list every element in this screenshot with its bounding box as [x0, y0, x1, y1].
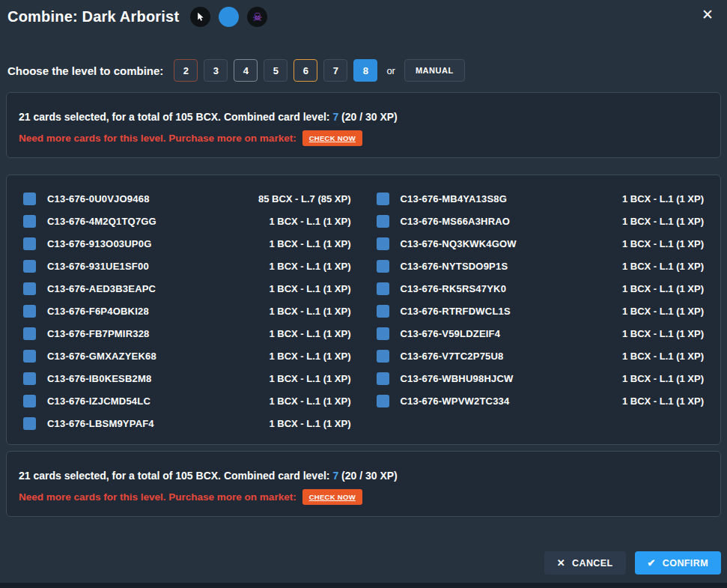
edition-circle-icon: [219, 7, 239, 27]
card-checkbox[interactable]: [23, 260, 36, 273]
level-button[interactable]: 6: [293, 59, 317, 82]
card-checkbox[interactable]: [377, 282, 389, 295]
or-label: or: [386, 65, 395, 76]
card-row: C13-676-FB7PMIR328 1 BCX - L.1 (1 XP): [23, 322, 351, 345]
card-checkbox[interactable]: [377, 350, 389, 363]
card-bcx-label: 1 BCX - L.1 (1 XP): [622, 193, 704, 204]
modal-header: Combine: Dark Arborist ☠ ✕: [0, 0, 727, 31]
level-button[interactable]: 2: [174, 59, 198, 82]
card-bcx-label: 1 BCX - L.1 (1 XP): [269, 351, 350, 362]
summary-line: 21 cards selected, for a total of 105 BC…: [19, 470, 708, 482]
card-checkbox[interactable]: [23, 327, 36, 340]
card-id: C13-676-F6P4OBKI28: [47, 306, 149, 317]
card-bcx-label: 1 BCX - L.1 (1 XP): [622, 328, 704, 339]
card-row: C13-676-4M2Q1TQ7GG 1 BCX - L.1 (1 XP): [23, 210, 351, 232]
card-columns: C13-676-0U0VJO9468 85 BCX - L.7 (85 XP) …: [23, 187, 704, 434]
card-bcx-label: 1 BCX - L.1 (1 XP): [622, 283, 704, 294]
level-buttons: 2 3 4 5 6 7 8: [174, 59, 377, 82]
card-id: C13-676-V7TC2P75U8: [401, 351, 504, 362]
card-id: C13-676-IB0KESB2M8: [47, 373, 151, 384]
cancel-button[interactable]: ✕ CANCEL: [544, 551, 626, 575]
card-checkbox[interactable]: [23, 215, 36, 228]
card-checkbox[interactable]: [23, 193, 36, 205]
manual-button[interactable]: MANUAL: [404, 59, 465, 82]
confirm-button[interactable]: ✔ CONFIRM: [635, 551, 721, 575]
card-checkbox[interactable]: [377, 305, 389, 318]
card-id: C13-676-WBHU98HJCW: [401, 373, 514, 384]
card-checkbox[interactable]: [377, 215, 389, 228]
card-id: C13-676-LBSM9YPAF4: [47, 418, 154, 429]
card-row: C13-676-MB4YA13S8G 1 BCX - L.1 (1 XP): [377, 187, 705, 210]
card-id: C13-676-MS66A3HRAO: [401, 216, 511, 227]
card-row: C13-676-AED3B3EAPC 1 BCX - L.1 (1 XP): [23, 277, 351, 300]
check-now-button[interactable]: CHECK NOW: [302, 130, 362, 146]
combine-modal: Combine: Dark Arborist ☠ ✕ Choose the le…: [0, 0, 727, 588]
card-checkbox[interactable]: [23, 372, 36, 385]
level-selector-row: Choose the level to combine: 2 3 4 5 6 7…: [0, 59, 727, 82]
card-row: C13-676-NQ3KWK4GOW 1 BCX - L.1 (1 XP): [377, 232, 705, 255]
card-checkbox[interactable]: [377, 237, 389, 250]
card-bcx-label: 1 BCX - L.1 (1 XP): [622, 216, 704, 227]
warning-text: Need more cards for this level. Purchase…: [19, 133, 296, 144]
card-row: C13-676-WBHU98HJCW 1 BCX - L.1 (1 XP): [377, 367, 705, 390]
close-button[interactable]: ✕: [702, 7, 714, 22]
level-button[interactable]: 3: [204, 59, 228, 82]
card-row: C13-676-NYTSDO9P1S 1 BCX - L.1 (1 XP): [377, 255, 705, 277]
card-id: C13-676-WPVW2TC334: [401, 395, 510, 407]
card-checkbox[interactable]: [23, 305, 36, 318]
card-checkbox[interactable]: [23, 350, 36, 363]
card-id: C13-676-NQ3KWK4GOW: [401, 238, 517, 249]
card-checkbox[interactable]: [377, 395, 389, 407]
card-bcx-label: 1 BCX - L.1 (1 XP): [622, 373, 704, 384]
card-bcx-label: 85 BCX - L.7 (85 XP): [258, 193, 351, 204]
card-bcx-label: 1 BCX - L.1 (1 XP): [269, 216, 350, 227]
card-checkbox[interactable]: [377, 327, 389, 340]
cancel-x-icon: ✕: [557, 558, 565, 568]
combined-level-value: 7: [332, 111, 338, 123]
card-column-left: C13-676-0U0VJO9468 85 BCX - L.7 (85 XP) …: [23, 187, 351, 434]
card-id: C13-676-NYTSDO9P1S: [401, 261, 508, 272]
card-id: C13-676-931UE1SF00: [47, 261, 149, 272]
check-now-button[interactable]: CHECK NOW: [302, 489, 362, 505]
level-button[interactable]: 5: [264, 59, 288, 82]
card-row: C13-676-V59LDZEIF4 1 BCX - L.1 (1 XP): [377, 322, 705, 345]
level-button[interactable]: 8: [353, 59, 377, 82]
card-bcx-label: 1 BCX - L.1 (1 XP): [622, 238, 704, 249]
summary-text: 21 cards selected, for a total of 105 BC…: [19, 470, 332, 482]
card-row: C13-676-WPVW2TC334 1 BCX - L.1 (1 XP): [377, 390, 705, 412]
level-button[interactable]: 4: [234, 59, 258, 82]
card-checkbox[interactable]: [377, 372, 389, 385]
card-id: C13-676-V59LDZEIF4: [401, 328, 501, 339]
combined-level-value: 7: [332, 470, 338, 482]
card-id: C13-676-FB7PMIR328: [47, 328, 150, 339]
cursor-icon: [190, 7, 210, 27]
card-checkbox[interactable]: [23, 395, 36, 407]
card-row: C13-676-IZJCMD54LC 1 BCX - L.1 (1 XP): [23, 390, 351, 412]
card-bcx-label: 1 BCX - L.1 (1 XP): [269, 395, 350, 407]
card-id: C13-676-RTRFDWCL1S: [401, 306, 511, 317]
card-bcx-label: 1 BCX - L.1 (1 XP): [622, 351, 704, 362]
card-badges: ☠: [190, 7, 267, 27]
card-bcx-label: 1 BCX - L.1 (1 XP): [269, 261, 350, 272]
card-checkbox[interactable]: [23, 282, 36, 295]
card-checkbox[interactable]: [23, 417, 36, 430]
card-row: C13-676-913O03UP0G 1 BCX - L.1 (1 XP): [23, 232, 351, 255]
summary-panel-top: 21 cards selected, for a total of 105 BC…: [6, 92, 721, 158]
card-checkbox[interactable]: [377, 193, 389, 205]
card-row: C13-676-MS66A3HRAO 1 BCX - L.1 (1 XP): [377, 210, 705, 232]
skull-set-icon: ☠: [247, 7, 267, 27]
card-row: C13-676-LBSM9YPAF4 1 BCX - L.1 (1 XP): [23, 412, 351, 434]
card-bcx-label: 1 BCX - L.1 (1 XP): [622, 395, 704, 407]
level-button[interactable]: 7: [323, 59, 347, 82]
warning-line: Need more cards for this level. Purchase…: [19, 130, 708, 146]
summary-xp: (20 / 30 XP): [338, 470, 398, 482]
card-column-right: C13-676-MB4YA13S8G 1 BCX - L.1 (1 XP) C1…: [377, 187, 705, 434]
card-checkbox[interactable]: [23, 237, 36, 250]
card-id: C13-676-MB4YA13S8G: [401, 193, 508, 204]
card-row: C13-676-GMXAZYEK68 1 BCX - L.1 (1 XP): [23, 345, 351, 367]
card-row: C13-676-V7TC2P75U8 1 BCX - L.1 (1 XP): [377, 345, 705, 367]
card-bcx-label: 1 BCX - L.1 (1 XP): [269, 238, 350, 249]
card-checkbox[interactable]: [377, 260, 389, 273]
summary-text: 21 cards selected, for a total of 105 BC…: [19, 111, 332, 123]
card-id: C13-676-0U0VJO9468: [47, 193, 150, 204]
